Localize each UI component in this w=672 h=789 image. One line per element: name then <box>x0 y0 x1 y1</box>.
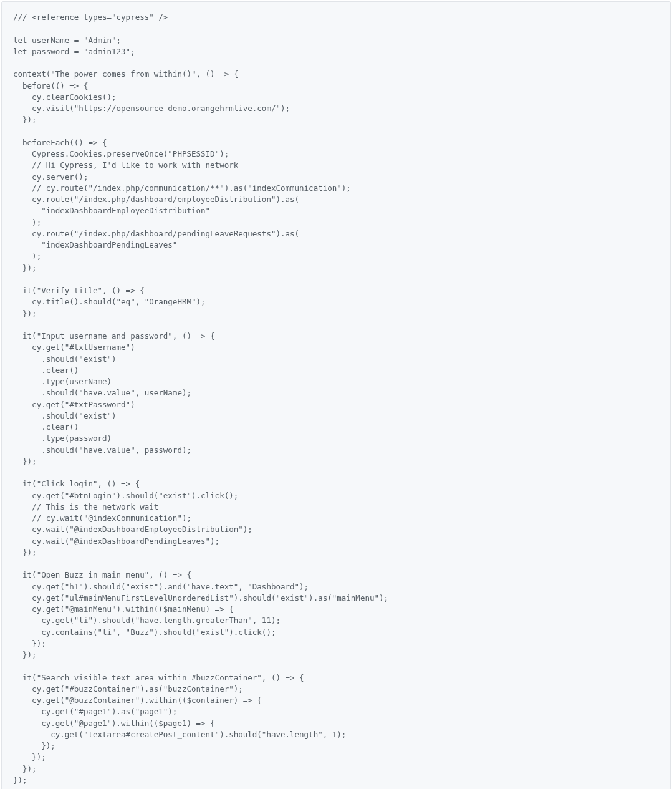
code-block: /// <reference types="cypress" /> let us… <box>1 1 671 789</box>
code-content: /// <reference types="cypress" /> let us… <box>13 12 388 785</box>
